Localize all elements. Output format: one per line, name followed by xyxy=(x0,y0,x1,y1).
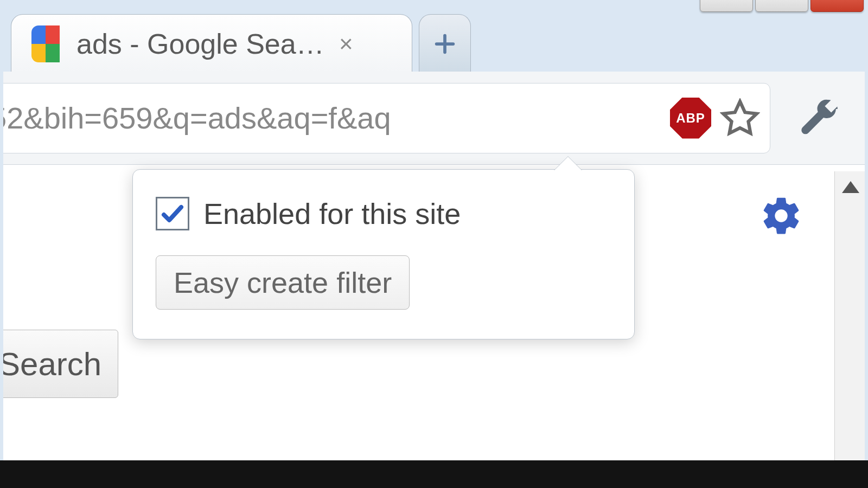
easy-create-filter-label: Easy create filter xyxy=(174,266,392,299)
maximize-button[interactable] xyxy=(755,0,808,12)
url-text: 52&bih=659&q=ads&aq=f&aq xyxy=(0,100,661,136)
settings-menu-button[interactable] xyxy=(781,98,857,138)
enabled-for-site-label: Enabled for this site xyxy=(203,197,461,230)
tab-active[interactable]: ads - Google Sear... × xyxy=(11,14,412,73)
window-close-button[interactable] xyxy=(810,0,864,12)
tab-strip: ads - Google Sear... × xyxy=(0,13,868,73)
search-button-label: Search xyxy=(0,345,101,383)
minimize-button[interactable] xyxy=(700,0,753,12)
bookmark-star-icon[interactable] xyxy=(720,98,760,138)
adblock-plus-extension-button[interactable]: ABP xyxy=(669,97,712,140)
new-tab-button[interactable] xyxy=(419,14,471,73)
tab-close-icon[interactable]: × xyxy=(339,30,353,57)
checkmark-icon xyxy=(159,201,186,227)
abp-icon: ABP xyxy=(670,98,711,139)
adblock-plus-popup: Enabled for this site Easy create filter xyxy=(132,169,635,339)
svg-marker-2 xyxy=(723,101,757,133)
popup-enabled-row: Enabled for this site xyxy=(156,197,611,230)
wrench-icon xyxy=(799,98,839,138)
vertical-scrollbar[interactable] xyxy=(834,171,866,488)
search-button[interactable]: Search xyxy=(0,330,118,398)
browser-toolbar: 52&bih=659&q=ads&aq=f&aq ABP xyxy=(0,72,868,165)
omnibox[interactable]: 52&bih=659&q=ads&aq=f&aq ABP xyxy=(0,83,770,153)
letterbox-bottom xyxy=(0,460,868,488)
tab-title: ads - Google Sear... xyxy=(76,28,326,60)
scroll-up-arrow-icon[interactable] xyxy=(842,181,859,193)
easy-create-filter-button[interactable]: Easy create filter xyxy=(156,255,410,310)
popup-arrow-icon xyxy=(554,157,582,171)
google-favicon-icon xyxy=(27,25,65,63)
page-settings-gear-icon[interactable] xyxy=(760,194,803,237)
plus-icon xyxy=(432,31,457,56)
window-controls xyxy=(700,0,864,12)
enabled-for-site-checkbox[interactable] xyxy=(156,197,189,230)
